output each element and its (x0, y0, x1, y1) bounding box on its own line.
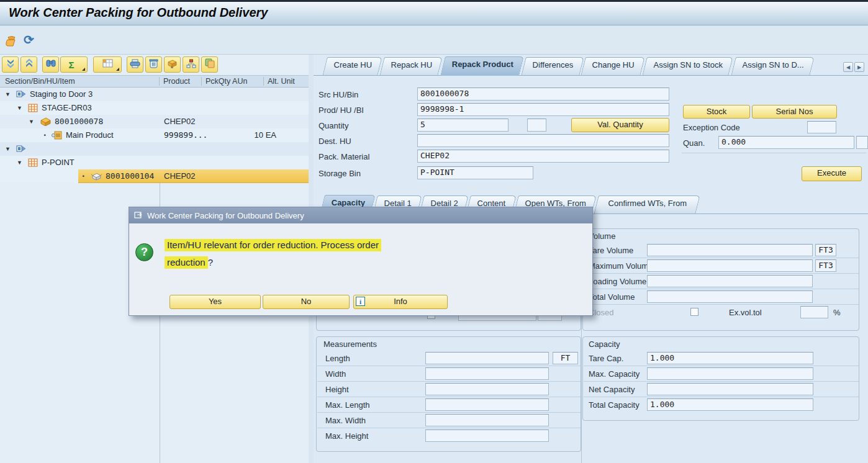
maximum-volume-field[interactable] (647, 259, 813, 272)
hierarchy-button[interactable] (183, 56, 199, 73)
val-quantity-button[interactable]: Val. Quantity (571, 118, 669, 132)
tree-col-altunit[interactable]: Alt. Unit (263, 77, 295, 86)
tree-row-label[interactable]: STAGE-DR03 (42, 103, 92, 112)
tab-scroll-right-button[interactable]: ▶ (854, 62, 864, 72)
layout-button[interactable] (93, 56, 122, 73)
expander-icon[interactable]: ▼ (5, 91, 11, 97)
dialog-title-bar[interactable]: Work Center Packing for Outbound Deliver… (129, 207, 592, 223)
length-unit-field[interactable]: FT (553, 352, 578, 364)
expander-icon[interactable]: ▼ (29, 119, 34, 125)
print-button[interactable] (127, 56, 143, 73)
sap-window: Work Center Packing for Outbound Deliver… (0, 0, 868, 463)
copy-view-button[interactable] (201, 56, 218, 73)
tab-assign-sn-d[interactable]: Assign SN to D... (731, 57, 814, 76)
closed-checkbox[interactable] (690, 308, 698, 316)
tree-row[interactable]: ▼ 8001000078 CHEP02 (0, 115, 309, 128)
expander-icon[interactable]: ▼ (5, 146, 11, 152)
collapse-all-icon (24, 58, 34, 71)
quantity-field[interactable]: 5 (417, 119, 509, 132)
ex-vol-tol-field[interactable] (800, 306, 828, 318)
storage-bin-label: Storage Bin (319, 169, 361, 178)
services-icon[interactable] (5, 35, 19, 48)
quan-unit-field[interactable] (856, 136, 868, 149)
tree-row-label[interactable]: 8001000104 (106, 171, 154, 181)
quan-field[interactable]: 0.000 (718, 136, 854, 149)
tree-col-pckqty[interactable]: PckQty AUn (201, 77, 247, 86)
pack-material-field[interactable]: CHEP02 (417, 150, 669, 163)
no-button[interactable]: No (263, 295, 350, 309)
tab-create-hu[interactable]: Create HU (322, 57, 382, 76)
tab-assign-sn-stock[interactable]: Assign SN to Stock (643, 57, 734, 76)
tree-row-product: 999899... (164, 130, 207, 140)
execute-button[interactable]: Execute (802, 166, 862, 181)
page-title: Work Center Packing for Outbound Deliver… (9, 6, 268, 20)
tree-row-label[interactable]: 8001000078 (55, 117, 103, 126)
loading-volume-field[interactable] (647, 275, 813, 287)
tare-volume-unit-field[interactable]: FT3 (815, 244, 836, 256)
tree-col-product[interactable]: Product (159, 77, 190, 86)
expander-icon[interactable]: ▼ (17, 105, 22, 111)
tab-change-hu[interactable]: Change HU (581, 57, 645, 76)
volume-group: Volume Tare Volume FT3 Maximum Volume FT… (582, 228, 859, 331)
find-button[interactable] (42, 56, 59, 73)
tare-cap-field[interactable]: 1.000 (647, 352, 813, 364)
width-field[interactable] (425, 367, 549, 380)
tab-scroll-left-button[interactable]: ◀ (843, 62, 853, 72)
src-hu-bin-field[interactable]: 8001000078 (417, 88, 669, 101)
tree-row[interactable]: ▼ P-POINT (0, 156, 309, 169)
delete-button[interactable] (145, 56, 162, 73)
tare-volume-label: Tare Volume (589, 246, 633, 255)
tree-row-selected[interactable]: · 8001000104 CHEP02 (0, 169, 309, 183)
total-capacity-field[interactable]: 1.000 (647, 398, 813, 411)
maximum-volume-unit-field[interactable]: FT3 (815, 259, 836, 272)
tree-row-label[interactable]: Main Product (66, 130, 114, 140)
tree-row[interactable]: ▼ Staging to Door 3 (0, 88, 309, 101)
serial-nos-button[interactable]: Serial Nos (752, 105, 837, 119)
net-capacity-field[interactable] (647, 383, 813, 395)
max-length-field[interactable] (425, 398, 549, 411)
tab-confirmed-wts-from[interactable]: Confirmed WTs, From (594, 196, 700, 214)
expander-icon[interactable]: ▼ (17, 160, 22, 166)
expand-all-button[interactable] (2, 56, 19, 73)
height-field[interactable] (425, 383, 549, 395)
max-width-field[interactable] (425, 414, 549, 426)
pack-button[interactable] (164, 56, 181, 73)
tab-repack-product[interactable]: Repack Product (440, 56, 524, 76)
staging-door-icon (16, 90, 27, 101)
quantity-unit-field[interactable] (527, 119, 546, 132)
collapse-all-button[interactable] (20, 56, 37, 73)
tree-col-section[interactable]: Section/Bin/HU/Item (5, 77, 75, 86)
tree-row-product: CHEP02 (164, 117, 196, 126)
tree-row-label[interactable]: P-POINT (42, 158, 75, 167)
tree-row[interactable]: ▼ (0, 142, 309, 156)
tab-scroll-right-icon: ▶ (857, 65, 861, 70)
tree-row-label[interactable]: Staging to Door 3 (30, 89, 93, 99)
expand-all-icon (6, 58, 16, 71)
tree-row[interactable]: · Main Product 999899... 10 EA (0, 128, 309, 142)
exception-code-label: Exception Code (683, 123, 740, 132)
prod-hu-bi-label: Prod/ HU /BI (319, 106, 364, 115)
exception-code-field[interactable] (807, 121, 836, 133)
tab-differences[interactable]: Differences (521, 57, 584, 76)
total-volume-label: Total Volume (589, 292, 635, 302)
tare-volume-field[interactable] (647, 244, 813, 256)
tree-row[interactable]: ▼ STAGE-DR03 (0, 101, 309, 115)
refresh-icon[interactable]: ⟳ (24, 32, 38, 47)
length-field[interactable] (425, 352, 549, 364)
max-length-row: Max. Length (317, 397, 581, 413)
stock-button[interactable]: Stock (683, 105, 750, 119)
dest-hu-label: Dest. HU (319, 137, 351, 146)
max-height-field[interactable] (425, 429, 549, 442)
sum-button[interactable]: Σ (60, 56, 88, 73)
info-icon: i (356, 297, 365, 306)
storage-bin-field[interactable]: P-POINT (417, 166, 533, 179)
pack-material-label: Pack. Material (319, 152, 369, 161)
info-button[interactable]: i Info (353, 295, 448, 309)
tab-repack-hu[interactable]: Repack HU (380, 57, 443, 76)
prod-hu-bi-field[interactable]: 9998998-1 (417, 103, 669, 116)
dest-hu-field[interactable] (417, 134, 669, 147)
max-capacity-field[interactable] (647, 367, 813, 380)
capacity-group: Capacity Tare Cap. 1.000 Max. Capacity N… (582, 336, 859, 421)
yes-button[interactable]: Yes (170, 295, 261, 309)
total-volume-field[interactable] (647, 290, 813, 303)
